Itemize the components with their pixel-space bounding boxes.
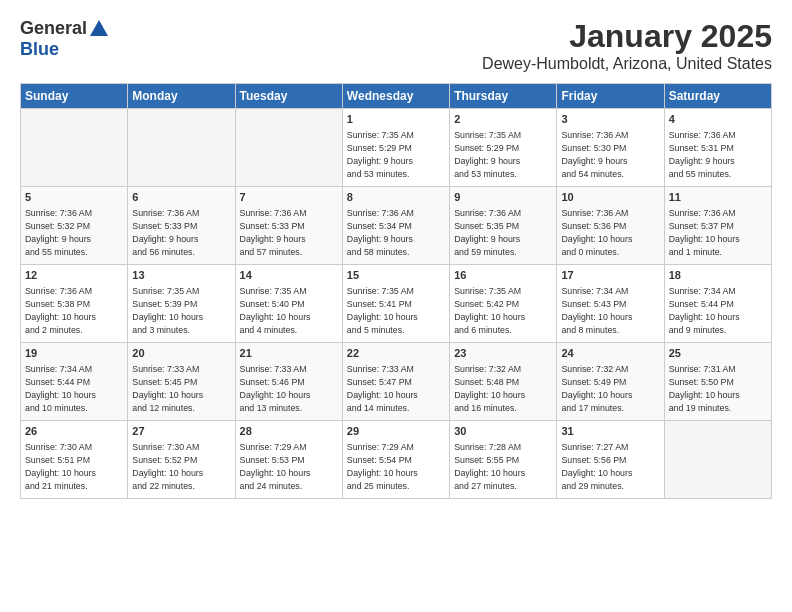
calendar-cell: 25Sunrise: 7:31 AMSunset: 5:50 PMDayligh… [664, 343, 771, 421]
day-info: Sunrise: 7:34 AMSunset: 5:43 PMDaylight:… [561, 285, 659, 336]
day-info: Sunrise: 7:35 AMSunset: 5:29 PMDaylight:… [347, 129, 445, 180]
calendar-week-2: 5Sunrise: 7:36 AMSunset: 5:32 PMDaylight… [21, 187, 772, 265]
day-number: 26 [25, 424, 123, 439]
day-number: 8 [347, 190, 445, 205]
calendar-table: Sunday Monday Tuesday Wednesday Thursday… [20, 83, 772, 499]
header-sunday: Sunday [21, 84, 128, 109]
day-info: Sunrise: 7:36 AMSunset: 5:36 PMDaylight:… [561, 207, 659, 258]
calendar-cell: 9Sunrise: 7:36 AMSunset: 5:35 PMDaylight… [450, 187, 557, 265]
calendar-cell: 10Sunrise: 7:36 AMSunset: 5:36 PMDayligh… [557, 187, 664, 265]
day-info: Sunrise: 7:36 AMSunset: 5:30 PMDaylight:… [561, 129, 659, 180]
day-number: 30 [454, 424, 552, 439]
day-number: 28 [240, 424, 338, 439]
day-info: Sunrise: 7:35 AMSunset: 5:41 PMDaylight:… [347, 285, 445, 336]
day-number: 21 [240, 346, 338, 361]
logo-triangle-icon [90, 20, 108, 36]
day-info: Sunrise: 7:31 AMSunset: 5:50 PMDaylight:… [669, 363, 767, 414]
header-thursday: Thursday [450, 84, 557, 109]
day-number: 10 [561, 190, 659, 205]
day-info: Sunrise: 7:35 AMSunset: 5:40 PMDaylight:… [240, 285, 338, 336]
calendar-cell: 29Sunrise: 7:29 AMSunset: 5:54 PMDayligh… [342, 421, 449, 499]
day-info: Sunrise: 7:35 AMSunset: 5:39 PMDaylight:… [132, 285, 230, 336]
day-info: Sunrise: 7:33 AMSunset: 5:45 PMDaylight:… [132, 363, 230, 414]
header-friday: Friday [557, 84, 664, 109]
day-number: 3 [561, 112, 659, 127]
calendar-subtitle: Dewey-Humboldt, Arizona, United States [482, 55, 772, 73]
calendar-week-1: 1Sunrise: 7:35 AMSunset: 5:29 PMDaylight… [21, 109, 772, 187]
day-number: 17 [561, 268, 659, 283]
day-number: 15 [347, 268, 445, 283]
calendar-cell: 30Sunrise: 7:28 AMSunset: 5:55 PMDayligh… [450, 421, 557, 499]
title-block: January 2025 Dewey-Humboldt, Arizona, Un… [482, 18, 772, 73]
calendar-title: January 2025 [482, 18, 772, 55]
day-number: 22 [347, 346, 445, 361]
day-number: 18 [669, 268, 767, 283]
day-number: 31 [561, 424, 659, 439]
day-info: Sunrise: 7:36 AMSunset: 5:33 PMDaylight:… [132, 207, 230, 258]
header-tuesday: Tuesday [235, 84, 342, 109]
calendar-cell: 4Sunrise: 7:36 AMSunset: 5:31 PMDaylight… [664, 109, 771, 187]
day-number: 4 [669, 112, 767, 127]
day-info: Sunrise: 7:32 AMSunset: 5:49 PMDaylight:… [561, 363, 659, 414]
day-number: 20 [132, 346, 230, 361]
day-number: 29 [347, 424, 445, 439]
day-info: Sunrise: 7:34 AMSunset: 5:44 PMDaylight:… [25, 363, 123, 414]
header: General Blue January 2025 Dewey-Humboldt… [20, 18, 772, 73]
calendar-cell: 28Sunrise: 7:29 AMSunset: 5:53 PMDayligh… [235, 421, 342, 499]
day-info: Sunrise: 7:36 AMSunset: 5:34 PMDaylight:… [347, 207, 445, 258]
day-number: 11 [669, 190, 767, 205]
day-number: 25 [669, 346, 767, 361]
calendar-week-4: 19Sunrise: 7:34 AMSunset: 5:44 PMDayligh… [21, 343, 772, 421]
calendar-cell [128, 109, 235, 187]
day-number: 6 [132, 190, 230, 205]
calendar-cell: 6Sunrise: 7:36 AMSunset: 5:33 PMDaylight… [128, 187, 235, 265]
day-info: Sunrise: 7:33 AMSunset: 5:46 PMDaylight:… [240, 363, 338, 414]
day-number: 7 [240, 190, 338, 205]
day-info: Sunrise: 7:35 AMSunset: 5:29 PMDaylight:… [454, 129, 552, 180]
day-number: 16 [454, 268, 552, 283]
calendar-cell: 31Sunrise: 7:27 AMSunset: 5:56 PMDayligh… [557, 421, 664, 499]
day-info: Sunrise: 7:28 AMSunset: 5:55 PMDaylight:… [454, 441, 552, 492]
day-info: Sunrise: 7:36 AMSunset: 5:32 PMDaylight:… [25, 207, 123, 258]
day-info: Sunrise: 7:36 AMSunset: 5:31 PMDaylight:… [669, 129, 767, 180]
calendar-cell: 26Sunrise: 7:30 AMSunset: 5:51 PMDayligh… [21, 421, 128, 499]
logo: General Blue [20, 18, 108, 60]
calendar-week-5: 26Sunrise: 7:30 AMSunset: 5:51 PMDayligh… [21, 421, 772, 499]
day-info: Sunrise: 7:30 AMSunset: 5:52 PMDaylight:… [132, 441, 230, 492]
calendar-cell: 16Sunrise: 7:35 AMSunset: 5:42 PMDayligh… [450, 265, 557, 343]
day-info: Sunrise: 7:33 AMSunset: 5:47 PMDaylight:… [347, 363, 445, 414]
day-info: Sunrise: 7:35 AMSunset: 5:42 PMDaylight:… [454, 285, 552, 336]
logo-general: General [20, 18, 87, 39]
logo-blue: Blue [20, 39, 59, 60]
calendar-cell [235, 109, 342, 187]
day-info: Sunrise: 7:36 AMSunset: 5:35 PMDaylight:… [454, 207, 552, 258]
day-number: 1 [347, 112, 445, 127]
day-info: Sunrise: 7:29 AMSunset: 5:54 PMDaylight:… [347, 441, 445, 492]
calendar-cell: 27Sunrise: 7:30 AMSunset: 5:52 PMDayligh… [128, 421, 235, 499]
day-number: 2 [454, 112, 552, 127]
weekday-header-row: Sunday Monday Tuesday Wednesday Thursday… [21, 84, 772, 109]
page: General Blue January 2025 Dewey-Humboldt… [0, 0, 792, 509]
calendar-body: 1Sunrise: 7:35 AMSunset: 5:29 PMDaylight… [21, 109, 772, 499]
calendar-cell: 23Sunrise: 7:32 AMSunset: 5:48 PMDayligh… [450, 343, 557, 421]
calendar-cell: 8Sunrise: 7:36 AMSunset: 5:34 PMDaylight… [342, 187, 449, 265]
calendar-cell: 5Sunrise: 7:36 AMSunset: 5:32 PMDaylight… [21, 187, 128, 265]
day-number: 24 [561, 346, 659, 361]
calendar-cell: 7Sunrise: 7:36 AMSunset: 5:33 PMDaylight… [235, 187, 342, 265]
day-number: 5 [25, 190, 123, 205]
day-info: Sunrise: 7:34 AMSunset: 5:44 PMDaylight:… [669, 285, 767, 336]
calendar-cell: 3Sunrise: 7:36 AMSunset: 5:30 PMDaylight… [557, 109, 664, 187]
day-number: 9 [454, 190, 552, 205]
calendar-cell: 13Sunrise: 7:35 AMSunset: 5:39 PMDayligh… [128, 265, 235, 343]
day-info: Sunrise: 7:30 AMSunset: 5:51 PMDaylight:… [25, 441, 123, 492]
day-info: Sunrise: 7:29 AMSunset: 5:53 PMDaylight:… [240, 441, 338, 492]
day-info: Sunrise: 7:27 AMSunset: 5:56 PMDaylight:… [561, 441, 659, 492]
day-info: Sunrise: 7:32 AMSunset: 5:48 PMDaylight:… [454, 363, 552, 414]
day-number: 19 [25, 346, 123, 361]
calendar-cell: 12Sunrise: 7:36 AMSunset: 5:38 PMDayligh… [21, 265, 128, 343]
calendar-cell: 18Sunrise: 7:34 AMSunset: 5:44 PMDayligh… [664, 265, 771, 343]
calendar-week-3: 12Sunrise: 7:36 AMSunset: 5:38 PMDayligh… [21, 265, 772, 343]
day-number: 13 [132, 268, 230, 283]
header-monday: Monday [128, 84, 235, 109]
calendar-cell: 15Sunrise: 7:35 AMSunset: 5:41 PMDayligh… [342, 265, 449, 343]
